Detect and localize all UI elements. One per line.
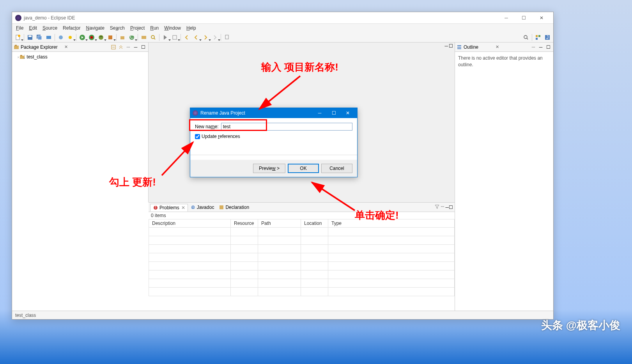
svg-text:J: J	[546, 35, 549, 40]
menu-refactor[interactable]: Refactor	[60, 25, 83, 32]
ok-button[interactable]: OK	[288, 164, 319, 173]
close-panel-button[interactable]: ✕	[64, 44, 68, 49]
menu-source[interactable]: Source	[40, 25, 60, 32]
new-class-button[interactable]: C	[127, 33, 136, 42]
run-last-button[interactable]	[106, 33, 115, 42]
maximize-panel-button[interactable]: ☐	[140, 44, 147, 51]
close-tab-button[interactable]: ✕	[181, 205, 185, 210]
close-button[interactable]: ✕	[533, 12, 550, 23]
menubar: File Edit Source Refactor Navigate Searc…	[12, 24, 553, 32]
menu-help[interactable]: Help	[184, 25, 198, 32]
svg-point-20	[151, 35, 154, 39]
cancel-button[interactable]: Cancel	[321, 164, 352, 173]
svg-point-14	[101, 36, 102, 37]
svg-rect-26	[536, 35, 538, 37]
menu-search[interactable]: Search	[108, 25, 127, 32]
forward-button[interactable]	[201, 33, 210, 42]
new-name-input[interactable]	[221, 123, 352, 131]
debug-button[interactable]	[97, 33, 105, 42]
col-path[interactable]: Path	[258, 219, 301, 228]
outline-icon	[457, 44, 462, 50]
new-package-button[interactable]	[118, 33, 127, 42]
col-resource[interactable]: Resource	[231, 219, 258, 228]
next-annotation-button[interactable]	[170, 33, 179, 42]
col-description[interactable]: Description	[149, 219, 231, 228]
svg-point-53	[442, 206, 443, 207]
package-explorer-icon	[14, 44, 19, 50]
minimize-panel-button[interactable]: ─	[132, 44, 139, 51]
toolbar-separator	[221, 34, 221, 41]
open-type-button[interactable]	[140, 33, 148, 42]
new-button[interactable]	[14, 33, 22, 42]
collapse-all-button[interactable]	[110, 44, 117, 51]
open-perspective-button[interactable]	[534, 33, 542, 42]
col-type[interactable]: Type	[328, 219, 455, 228]
problems-table: Description Resource Path Location Type	[149, 219, 455, 296]
minimize-button[interactable]: ─	[497, 12, 515, 23]
toolbar-separator	[532, 34, 532, 41]
tab-problems[interactable]: ! Problems ✕	[150, 204, 188, 212]
outline-minimize-button[interactable]: ─	[537, 44, 544, 51]
tab-javadoc[interactable]: @ Javadoc	[188, 204, 217, 211]
java-perspective-button[interactable]: J	[543, 33, 552, 42]
problems-view-menu-button[interactable]	[440, 204, 445, 210]
menu-run[interactable]: Run	[148, 25, 161, 32]
update-references-checkbox[interactable]	[195, 134, 200, 139]
search-button[interactable]	[149, 33, 158, 42]
editor-minimize-button[interactable]: ─	[444, 43, 448, 49]
svg-point-1	[18, 35, 20, 37]
link-editor-button[interactable]	[117, 44, 124, 51]
quick-access-button[interactable]	[522, 33, 530, 42]
dialog-maximize-button[interactable]: ☐	[327, 108, 341, 118]
save-all-button[interactable]	[35, 33, 44, 42]
svg-rect-15	[108, 35, 112, 39]
svg-rect-43	[457, 48, 461, 49]
tree-item-label: test_class	[27, 54, 47, 60]
svg-line-21	[154, 38, 155, 39]
svg-point-12	[99, 35, 103, 40]
menu-file[interactable]: File	[14, 25, 26, 32]
problems-maximize-button[interactable]: ☐	[449, 205, 453, 210]
forward-history-button[interactable]	[211, 33, 219, 42]
menu-edit[interactable]: Edit	[27, 25, 39, 32]
toolbar-separator	[181, 34, 181, 41]
menu-project[interactable]: Project	[128, 25, 147, 32]
problems-minimize-button[interactable]: ─	[445, 205, 449, 210]
bottom-tabs: ! Problems ✕ @ Javadoc Declaration ─ ☐	[149, 203, 455, 212]
toggle-button[interactable]	[44, 33, 53, 42]
back-button[interactable]	[182, 33, 191, 42]
run-button[interactable]	[78, 33, 87, 42]
tab-declaration[interactable]: Declaration	[216, 204, 251, 211]
skip-breakpoints-button[interactable]	[66, 33, 74, 42]
toolbar-separator	[159, 34, 159, 41]
dialog-close-button[interactable]: ✕	[341, 108, 355, 118]
dialog-separator	[190, 155, 357, 155]
pin-editor-button[interactable]	[223, 33, 231, 42]
svg-line-25	[527, 38, 528, 39]
maximize-button[interactable]: ☐	[515, 12, 533, 23]
toggle-mark-button[interactable]	[161, 33, 170, 42]
menu-window[interactable]: Window	[162, 25, 183, 32]
expand-arrow-icon[interactable]: ›	[18, 55, 19, 59]
problems-panel: ! Problems ✕ @ Javadoc Declaration ─ ☐	[149, 202, 455, 311]
tree-item-project[interactable]: › J test_class	[14, 53, 147, 60]
svg-rect-51	[220, 205, 223, 209]
debug-last-button[interactable]	[57, 33, 65, 42]
problems-filter-button[interactable]	[434, 204, 440, 210]
package-explorer-panel: Package Explorer ✕ ─ ☐ › J test_class	[12, 42, 149, 202]
filters-button[interactable]	[125, 44, 132, 51]
dialog-titlebar: Rename Java Project ─ ☐ ✕	[190, 108, 357, 118]
save-button[interactable]	[26, 33, 34, 42]
preview-button[interactable]: Preview >	[253, 164, 285, 173]
svg-point-54	[443, 206, 444, 207]
outline-maximize-button[interactable]: ☐	[545, 44, 552, 51]
back-history-button[interactable]	[192, 33, 200, 42]
dialog-minimize-button[interactable]: ─	[313, 108, 327, 118]
menu-navigate[interactable]: Navigate	[83, 25, 106, 32]
coverage-button[interactable]	[87, 33, 96, 42]
outline-view-menu-button[interactable]	[530, 44, 537, 51]
col-location[interactable]: Location	[301, 219, 328, 228]
editor-maximize-button[interactable]: ☐	[449, 43, 453, 49]
close-outline-button[interactable]: ✕	[496, 44, 499, 49]
svg-point-35	[127, 47, 127, 48]
